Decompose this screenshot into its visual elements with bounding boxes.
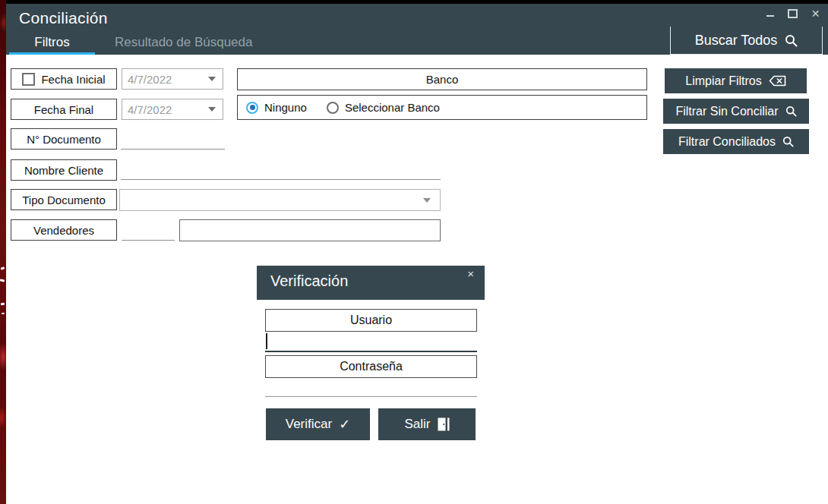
page-title: Conciliación xyxy=(19,9,108,27)
radio-ninguno[interactable]: Ninguno xyxy=(246,101,307,114)
tipo-documento-label-box: Tipo Documento xyxy=(11,189,117,210)
dialog-close-icon[interactable]: × xyxy=(467,267,474,280)
fecha-final-label-box: Fecha Final xyxy=(11,99,117,120)
buscar-todos-button[interactable]: Buscar Todos xyxy=(670,27,823,55)
radio-seleccionar-banco[interactable]: Seleccionar Banco xyxy=(327,101,440,114)
verification-dialog-titlebar: Verificación × xyxy=(257,266,485,300)
vendedores-label: Vendedores xyxy=(33,224,94,237)
fecha-final-datepicker[interactable]: 4/7/2022 xyxy=(122,99,223,120)
chevron-down-icon[interactable] xyxy=(208,107,216,112)
usuario-input[interactable] xyxy=(265,332,480,351)
filtrar-conciliados-label: Filtrar Conciliados xyxy=(678,135,776,149)
window-controls: ✕ xyxy=(765,8,820,20)
desktop-wallpaper-strip xyxy=(0,0,6,504)
search-icon xyxy=(785,34,798,47)
radio-selected-icon[interactable] xyxy=(246,102,258,114)
fecha-inicial-label: Fecha Inicial xyxy=(41,73,105,86)
limpiar-filtros-button[interactable]: Limpiar Filtros xyxy=(665,68,807,93)
radio-seleccionar-banco-label: Seleccionar Banco xyxy=(345,101,440,114)
nombre-cliente-label-box: Nombre Cliente xyxy=(11,159,117,181)
vendedores-name-input[interactable] xyxy=(179,219,441,241)
contrasena-input[interactable] xyxy=(265,377,480,395)
clear-backspace-icon xyxy=(769,75,786,87)
nombre-cliente-input[interactable] xyxy=(121,160,441,180)
num-documento-label-box: N° Documento xyxy=(11,128,117,150)
tab-resultado-busqueda[interactable]: Resultado de Búsqueda xyxy=(115,35,252,50)
tipo-documento-dropdown[interactable] xyxy=(119,189,441,211)
filtrar-sin-conciliar-label: Filtrar Sin Conciliar xyxy=(675,105,778,118)
contrasena-label-box: Contraseña xyxy=(265,355,477,378)
fecha-inicial-label-box[interactable]: Fecha Inicial xyxy=(11,68,117,90)
contrasena-input-wrap xyxy=(265,377,477,397)
maximize-icon[interactable] xyxy=(788,9,798,19)
buscar-todos-label: Buscar Todos xyxy=(695,33,778,49)
chevron-down-icon[interactable] xyxy=(423,198,431,203)
usuario-label-box: Usuario xyxy=(265,309,477,332)
close-icon[interactable]: ✕ xyxy=(811,9,820,19)
banco-radio-group: Ninguno Seleccionar Banco xyxy=(237,95,647,120)
active-tab-indicator xyxy=(9,52,95,55)
exit-door-icon xyxy=(438,417,450,431)
banco-group-header: Banco xyxy=(237,68,647,90)
fecha-inicial-value: 4/7/2022 xyxy=(128,73,172,86)
wallpaper-mark xyxy=(1,303,5,306)
check-icon: ✓ xyxy=(339,416,350,433)
num-documento-label: N° Documento xyxy=(27,133,101,146)
num-documento-input[interactable] xyxy=(121,130,225,150)
search-icon xyxy=(782,136,794,147)
vendedores-label-box: Vendedores xyxy=(11,219,117,241)
verification-dialog-title: Verificación xyxy=(270,272,348,290)
filtrar-sin-conciliar-button[interactable]: Filtrar Sin Conciliar xyxy=(663,99,809,124)
wallpaper-mark xyxy=(0,279,5,282)
salir-label: Salir xyxy=(404,417,430,432)
fecha-final-label: Fecha Final xyxy=(34,103,93,116)
verificar-label: Verificar xyxy=(286,417,332,432)
wallpaper-mark xyxy=(2,313,5,314)
limpiar-filtros-label: Limpiar Filtros xyxy=(685,74,761,88)
tipo-documento-label: Tipo Documento xyxy=(22,194,106,206)
vendedores-code-input[interactable] xyxy=(122,221,175,241)
search-icon xyxy=(785,106,797,117)
text-caret xyxy=(266,333,267,349)
salir-button[interactable]: Salir xyxy=(378,408,476,440)
fecha-inicial-datepicker[interactable]: 4/7/2022 xyxy=(122,68,223,90)
filtrar-conciliados-button[interactable]: Filtrar Conciliados xyxy=(663,129,809,154)
verificar-button[interactable]: Verificar ✓ xyxy=(266,408,370,440)
usuario-input-wrap xyxy=(265,332,477,352)
tab-filtros[interactable]: Filtros xyxy=(9,35,95,50)
chevron-down-icon[interactable] xyxy=(208,77,216,81)
fecha-inicial-checkbox[interactable] xyxy=(22,73,35,86)
fecha-final-value: 4/7/2022 xyxy=(128,103,172,116)
wallpaper-mark xyxy=(1,266,5,270)
nombre-cliente-label: Nombre Cliente xyxy=(24,164,103,177)
minimize-icon[interactable] xyxy=(765,9,775,19)
radio-ninguno-label: Ninguno xyxy=(264,101,307,114)
radio-unselected-icon[interactable] xyxy=(327,102,339,114)
titlebar: Conciliación Filtros Resultado de Búsque… xyxy=(6,4,828,55)
conciliacion-window: Conciliación Filtros Resultado de Búsque… xyxy=(0,0,828,504)
